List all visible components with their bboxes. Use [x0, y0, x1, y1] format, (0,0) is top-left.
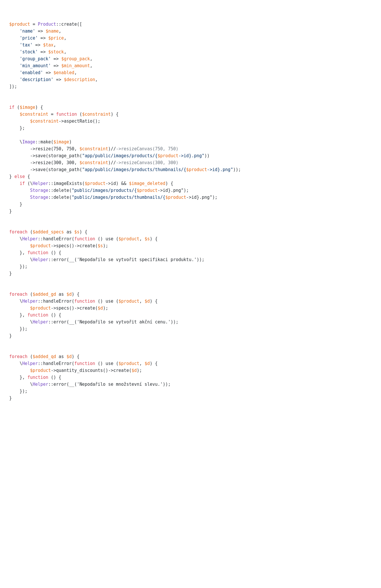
code-line [9, 132, 372, 138]
code-line: } else { [9, 173, 372, 180]
code-line [9, 90, 372, 97]
code-line: $constraint->aspectRatio(); [9, 118, 372, 125]
code-line: 'name' => $name, [9, 28, 372, 35]
code-line: 'tax' => $tax, [9, 42, 372, 48]
code-line: if (\Helper::imageExists($product->id) &… [9, 180, 372, 187]
code-line: }); [9, 263, 372, 270]
code-line [9, 97, 372, 104]
code-line [9, 284, 372, 291]
code-line: ->resize(300, 300, $constraint)//->resiz… [9, 159, 372, 166]
code-line: if ($image) { [9, 104, 372, 111]
code-line: } [9, 395, 372, 402]
code-line: }; [9, 125, 372, 132]
code-line: Storage::delete("public/images/products/… [9, 194, 372, 201]
code-line: foreach ($added_specs as $s) { [9, 229, 372, 235]
code-line: \Helper::error(__('Nepodařilo se vytvoři… [9, 319, 372, 325]
code-line: 'min_amount' => $min_amount, [9, 62, 372, 69]
code-line: 'enabled' => $enabled, [9, 69, 372, 76]
code-line: }, function () { [9, 249, 372, 256]
code-line: $product->quantity_discounts()->create($… [9, 367, 372, 374]
code-line: foreach ($added_gd as $d) { [9, 291, 372, 298]
code-line: }, function () { [9, 312, 372, 319]
code-line: Storage::delete("public/images/products/… [9, 187, 372, 194]
code-line: } [9, 201, 372, 208]
code-line: \Helper::handleError(function () use ($p… [9, 360, 372, 367]
code-line [9, 277, 372, 284]
code-line: 'group_pack' => $group_pack, [9, 55, 372, 62]
code-line: } [9, 270, 372, 277]
code-line: 'stock' => $stock, [9, 48, 372, 55]
code-line: ->save(storage_path("app/public/images/p… [9, 166, 372, 173]
code-line: } [9, 332, 372, 339]
code-line: \Helper::error(__('Nepodařilo se vytvoři… [9, 256, 372, 263]
code-line [9, 215, 372, 222]
code-line: $product = Product::create([ [9, 21, 372, 28]
code-line: ->resize(750, 750, $constraint)//->resiz… [9, 145, 372, 152]
code-line: $constraint = function ($constraint) { [9, 111, 372, 118]
code-line: 'price' => $price, [9, 35, 372, 42]
code-line: }); [9, 325, 372, 332]
code-line: ]); [9, 83, 372, 90]
code-line [9, 222, 372, 229]
code-line: \Image::make($image) [9, 138, 372, 145]
code-line: ->save(storage_path("app/public/images/p… [9, 152, 372, 159]
code-line: 'description' => $description, [9, 76, 372, 83]
code-line: }, function () { [9, 374, 372, 381]
code-line: foreach ($added_qd as $d) { [9, 353, 372, 360]
code-line [9, 339, 372, 346]
code-line: $product->specs()->create($s); [9, 242, 372, 249]
code-line: }); [9, 388, 372, 395]
code-editor: $product = Product::create([ 'name' => $… [0, 0, 381, 415]
code-content: $product = Product::create([ 'name' => $… [9, 21, 372, 402]
code-line: $product->specs()->create($d); [9, 305, 372, 312]
code-line: \Helper::handleError(function () use ($p… [9, 298, 372, 305]
code-line: \Helper::error(__('Nepodařilo se množste… [9, 381, 372, 388]
code-line: } [9, 208, 372, 215]
code-line [9, 346, 372, 353]
code-line: \Helper::handleError(function () use ($p… [9, 235, 372, 242]
